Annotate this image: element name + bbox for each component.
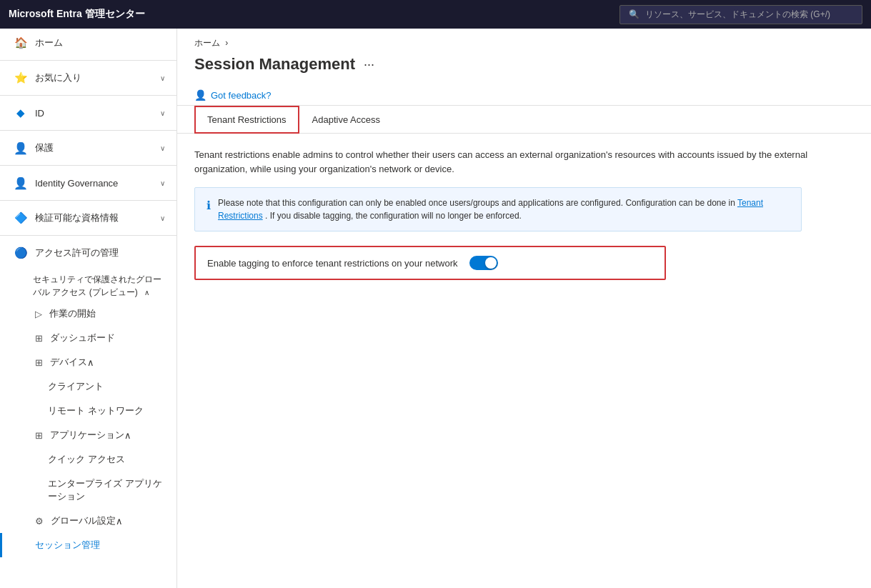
sidebar-item-devices-label: デバイス: [50, 356, 87, 369]
sidebar-item-clients-label: クライアント: [48, 380, 104, 393]
feedback-label: Got feedback?: [211, 90, 272, 101]
protection-icon: 👤: [14, 141, 28, 155]
info-text: Please note that this configuration can …: [218, 196, 790, 222]
sidebar-item-protection-label: 保護: [35, 141, 160, 154]
chevron-down-icon: ∨: [160, 74, 165, 82]
toggle-track: [469, 256, 498, 270]
chevron-down-icon-2: ∨: [160, 109, 165, 117]
sidebar-item-identity-governance[interactable]: 👤 Identity Governance ∨: [0, 169, 176, 197]
sidebar-item-protection[interactable]: 👤 保護 ∨: [0, 134, 176, 162]
sidebar-item-remote-network[interactable]: リモート ネットワーク: [0, 399, 176, 423]
sidebar-item-devices[interactable]: ⊞ デバイス ∧: [0, 350, 176, 374]
toggle-thumb: [485, 257, 497, 269]
home-icon: 🏠: [14, 36, 28, 50]
breadcrumb-separator: ›: [225, 38, 228, 48]
sidebar-item-applications-label: アプリケーション: [50, 429, 124, 442]
search-bar[interactable]: 🔍 リソース、サービス、ドキュメントの検索 (G+/): [619, 5, 862, 24]
main-layout: 🏠 ホーム ⭐ お気に入り ∨ ◆ ID ∨ 👤 保護 ∨ 👤 Identity…: [0, 29, 871, 588]
sidebar-item-id[interactable]: ◆ ID ∨: [0, 99, 176, 127]
dashboard-icon: ⊞: [35, 333, 43, 344]
sidebar-item-verified-credentials[interactable]: 🔷 検証可能な資格情報 ∨: [0, 204, 176, 232]
sidebar-item-access-management-label: アクセス許可の管理: [35, 246, 165, 259]
feedback-icon: 👤: [194, 89, 206, 101]
sidebar-item-home[interactable]: 🏠 ホーム: [0, 29, 176, 57]
enable-tagging-toggle[interactable]: [469, 256, 498, 270]
chevron-down-icon-4: ∨: [160, 179, 165, 187]
sidebar-item-id-label: ID: [35, 108, 160, 119]
divider-3: [0, 130, 176, 131]
sidebar-item-applications[interactable]: ⊞ アプリケーション ∧: [0, 423, 176, 447]
chevron-down-icon-5: ∨: [160, 214, 165, 222]
main-content: ホーム › Session Management ··· 👤 Got feedb…: [177, 29, 871, 588]
more-options-icon[interactable]: ···: [364, 57, 374, 72]
sidebar: 🏠 ホーム ⭐ お気に入り ∨ ◆ ID ∨ 👤 保護 ∨ 👤 Identity…: [0, 29, 177, 588]
sidebar-item-verified-credentials-label: 検証可能な資格情報: [35, 211, 160, 224]
divider-5: [0, 200, 176, 201]
sidebar-item-session-management-label: セッション管理: [35, 539, 100, 552]
info-text-after: . If you disable tagging, the configurat…: [265, 211, 522, 221]
start-icon: ▷: [35, 309, 42, 319]
divider-4: [0, 165, 176, 166]
section-chevron: ∧: [144, 289, 149, 297]
devices-icon: ⊞: [35, 357, 43, 368]
search-icon: 🔍: [629, 9, 639, 19]
page-title: Session Management: [194, 55, 355, 74]
settings-icon: ⚙: [35, 516, 44, 527]
star-icon: ⭐: [14, 71, 28, 85]
tab-tenant-restrictions[interactable]: Tenant Restrictions: [194, 106, 299, 134]
sidebar-item-global-settings[interactable]: ⚙ グローバル設定 ∧: [0, 509, 176, 533]
divider-1: [0, 60, 176, 61]
sidebar-item-quick-access[interactable]: クイック アクセス: [0, 447, 176, 472]
breadcrumb[interactable]: ホーム ›: [177, 29, 871, 49]
feedback-bar[interactable]: 👤 Got feedback?: [177, 85, 871, 106]
brand-title: Microsoft Entra 管理センター: [9, 8, 145, 21]
info-box: ℹ Please note that this configuration ca…: [194, 187, 802, 231]
sidebar-item-remote-network-label: リモート ネットワーク: [48, 404, 144, 417]
sidebar-item-start-label: 作業の開始: [49, 307, 96, 320]
content-area: Tenant restrictions enable admins to con…: [177, 134, 871, 294]
applications-icon: ⊞: [35, 430, 43, 441]
divider-2: [0, 95, 176, 96]
sidebar-item-clients[interactable]: クライアント: [0, 374, 176, 399]
search-placeholder: リソース、サービス、ドキュメントの検索 (G+/): [645, 9, 830, 21]
sidebar-item-home-label: ホーム: [35, 36, 165, 49]
chevron-up-icon: ∧: [87, 357, 94, 368]
description-text: Tenant restrictions enable admins to con…: [194, 148, 837, 176]
page-header: Session Management ···: [177, 49, 871, 85]
sidebar-item-access-management[interactable]: 🔵 アクセス許可の管理: [0, 239, 176, 267]
sidebar-item-identity-governance-label: Identity Governance: [35, 178, 160, 189]
tab-adaptive-access[interactable]: Adaptive Access: [299, 106, 393, 134]
chevron-up-icon-2: ∧: [124, 430, 131, 441]
toggle-label: Enable tagging to enforce tenant restric…: [207, 258, 458, 269]
info-text-before: Please note that this configuration can …: [218, 198, 737, 208]
toggle-row: Enable tagging to enforce tenant restric…: [194, 246, 666, 280]
sidebar-item-enterprise-apps-label: エンタープライズ アプリケーション: [48, 477, 165, 503]
chevron-up-icon-3: ∧: [116, 516, 123, 527]
sidebar-item-start[interactable]: ▷ 作業の開始: [0, 302, 176, 326]
sidebar-item-dashboard-label: ダッシュボード: [50, 332, 115, 344]
sidebar-item-session-management[interactable]: セッション管理: [0, 533, 176, 557]
tabs-container: Tenant Restrictions Adaptive Access: [177, 106, 871, 134]
sidebar-item-favorites[interactable]: ⭐ お気に入り ∨: [0, 64, 176, 92]
info-icon: ℹ: [206, 197, 211, 214]
id-icon: ◆: [14, 106, 28, 120]
sidebar-item-dashboard[interactable]: ⊞ ダッシュボード: [0, 326, 176, 350]
breadcrumb-home[interactable]: ホーム: [194, 38, 220, 48]
identity-governance-icon: 👤: [14, 176, 28, 190]
sidebar-item-favorites-label: お気に入り: [35, 71, 160, 84]
divider-6: [0, 235, 176, 236]
access-management-icon: 🔵: [14, 246, 28, 260]
section-label: セキュリティで保護されたグローバル アクセス (プレビュー) ∧: [0, 267, 176, 302]
chevron-down-icon-3: ∨: [160, 144, 165, 152]
sidebar-item-quick-access-label: クイック アクセス: [48, 453, 125, 466]
topbar: Microsoft Entra 管理センター 🔍 リソース、サービス、ドキュメン…: [0, 0, 871, 29]
verified-credentials-icon: 🔷: [14, 211, 28, 225]
sidebar-item-enterprise-apps[interactable]: エンタープライズ アプリケーション: [0, 472, 176, 509]
sidebar-item-global-settings-label: グローバル設定: [51, 514, 116, 527]
